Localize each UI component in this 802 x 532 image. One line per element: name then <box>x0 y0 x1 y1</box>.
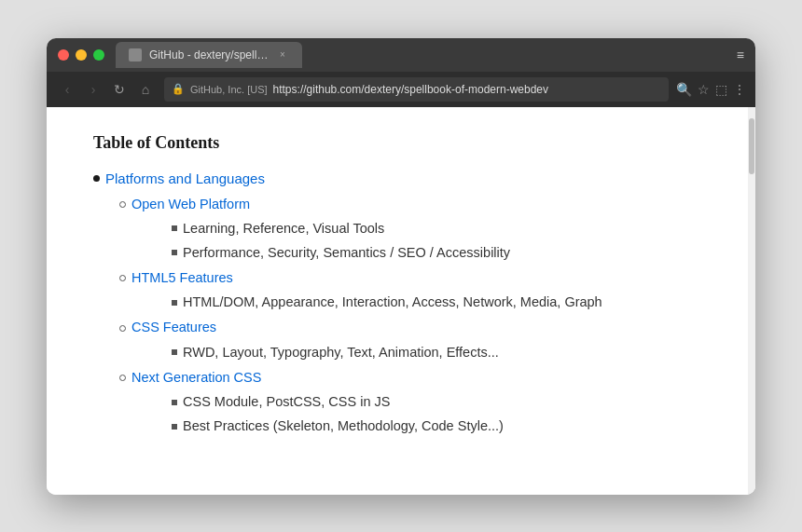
toc-sublevel3: RWD, Layout, Typography, Text, Animation… <box>119 342 718 363</box>
url-text: https://github.com/dextery/spellbook-of-… <box>273 83 548 96</box>
tab-bar: GitHub - dextery/spellbook-... × ≡ <box>116 42 744 68</box>
toc-item-label: HTML5 Features <box>119 267 718 289</box>
bullet-square-icon <box>172 250 177 255</box>
bullet-square-icon <box>172 225 177 231</box>
more-icon[interactable]: ⋮ <box>733 82 746 97</box>
bullet-square-icon <box>172 300 177 306</box>
toc-sublevel3: Learning, Reference, Visual Tools Perfor… <box>119 218 718 264</box>
toc-item-label: HTML/DOM, Appearance, Interaction, Acces… <box>172 292 718 313</box>
zoom-icon[interactable]: 🔍 <box>676 82 692 97</box>
list-item: Learning, Reference, Visual Tools <box>172 218 718 239</box>
toc-sublevel2: Open Web Platform Learning, Reference, V… <box>93 194 718 438</box>
nav-buttons: ‹ › ↻ ⌂ <box>56 78 157 101</box>
list-item: HTML/DOM, Appearance, Interaction, Acces… <box>172 292 718 313</box>
list-item: Open Web Platform Learning, Reference, V… <box>119 194 718 265</box>
scrollbar-thumb[interactable] <box>749 118 754 174</box>
toc-item-label: RWD, Layout, Typography, Text, Animation… <box>172 342 718 363</box>
next-gen-css-link[interactable]: Next Generation CSS <box>131 367 261 389</box>
security-icon: 🔒 <box>172 83 185 95</box>
tab-close-button[interactable]: × <box>276 48 289 61</box>
list-item: CSS Module, PostCSS, CSS in JS <box>172 391 718 413</box>
toc-item-label: Open Web Platform <box>119 194 718 215</box>
toc-text: Performance, Security, Semantics / SEO /… <box>183 242 510 264</box>
toc-item-label: CSS Features <box>119 317 718 338</box>
list-item: Next Generation CSS CSS Module, PostCSS,… <box>119 367 718 438</box>
bullet-filled-icon <box>93 175 100 182</box>
bullet-open-icon <box>119 375 126 381</box>
toc-text: RWD, Layout, Typography, Text, Animation… <box>183 342 499 363</box>
toc-item-label: Next Generation CSS <box>119 367 718 389</box>
bullet-square-icon <box>172 400 177 405</box>
tab-title: GitHub - dextery/spellbook-... <box>149 48 269 61</box>
toc-item-label: Performance, Security, Semantics / SEO /… <box>172 242 718 264</box>
address-input[interactable]: 🔒 GitHub, Inc. [US] https://github.com/d… <box>164 77 669 102</box>
page-content: Table of Contents Platforms and Language… <box>47 107 755 495</box>
issuer-label: GitHub, Inc. [US] <box>190 84 268 95</box>
scrollbar[interactable] <box>748 107 755 495</box>
toc-list: Platforms and Languages Open Web Platfor… <box>93 168 718 438</box>
bookmark-icon[interactable]: ☆ <box>698 82 710 97</box>
close-button[interactable] <box>58 49 69 61</box>
reload-button[interactable]: ↻ <box>108 78 131 101</box>
tab-menu-icon[interactable]: ≡ <box>737 48 744 62</box>
open-web-platform-link[interactable]: Open Web Platform <box>131 194 250 215</box>
list-item: CSS Features RWD, Layout, Typography, Te… <box>119 317 718 362</box>
list-item: RWD, Layout, Typography, Text, Animation… <box>172 342 718 363</box>
bullet-open-icon <box>119 201 126 208</box>
bullet-square-icon <box>172 424 177 430</box>
platforms-and-languages-link[interactable]: Platforms and Languages <box>105 168 265 190</box>
address-actions: 🔍 ☆ ⬚ ⋮ <box>676 82 746 97</box>
list-item: Best Practices (Skeleton, Methodology, C… <box>172 416 718 437</box>
toc-sublevel3: CSS Module, PostCSS, CSS in JS Best Prac… <box>119 391 718 437</box>
toc-item-label: Platforms and Languages <box>93 168 718 190</box>
content-area: Table of Contents Platforms and Language… <box>47 107 755 495</box>
bullet-open-icon <box>119 275 126 281</box>
traffic-lights <box>58 49 104 61</box>
html5-features-link[interactable]: HTML5 Features <box>131 267 233 289</box>
toc-text: HTML/DOM, Appearance, Interaction, Acces… <box>183 292 602 313</box>
toc-text: Best Practices (Skeleton, Methodology, C… <box>183 416 504 437</box>
toc-title: Table of Contents <box>93 133 718 153</box>
list-item: Performance, Security, Semantics / SEO /… <box>172 242 718 264</box>
toc-sublevel3: HTML/DOM, Appearance, Interaction, Acces… <box>119 292 718 313</box>
title-bar: GitHub - dextery/spellbook-... × ≡ <box>47 38 755 72</box>
toc-item-label: CSS Module, PostCSS, CSS in JS <box>172 391 718 413</box>
css-features-link[interactable]: CSS Features <box>131 317 216 338</box>
forward-button[interactable]: › <box>82 78 104 101</box>
toc-text: CSS Module, PostCSS, CSS in JS <box>183 391 390 413</box>
address-bar: ‹ › ↻ ⌂ 🔒 GitHub, Inc. [US] https://gith… <box>47 72 755 107</box>
home-button[interactable]: ⌂ <box>134 78 157 101</box>
browser-window: GitHub - dextery/spellbook-... × ≡ ‹ › ↻… <box>47 38 755 495</box>
maximize-button[interactable] <box>93 49 104 61</box>
bullet-square-icon <box>172 349 177 355</box>
back-button[interactable]: ‹ <box>56 78 78 101</box>
bullet-open-icon <box>119 325 126 332</box>
toc-item-label: Learning, Reference, Visual Tools <box>172 218 718 239</box>
toc-item-label: Best Practices (Skeleton, Methodology, C… <box>172 416 718 437</box>
toc-text: Learning, Reference, Visual Tools <box>183 218 384 239</box>
active-tab[interactable]: GitHub - dextery/spellbook-... × <box>116 42 302 68</box>
minimize-button[interactable] <box>76 49 87 61</box>
cast-icon[interactable]: ⬚ <box>715 82 727 97</box>
list-item: Platforms and Languages Open Web Platfor… <box>93 168 718 438</box>
tab-favicon <box>129 48 142 61</box>
list-item: HTML5 Features HTML/DOM, Appearance, Int… <box>119 267 718 313</box>
